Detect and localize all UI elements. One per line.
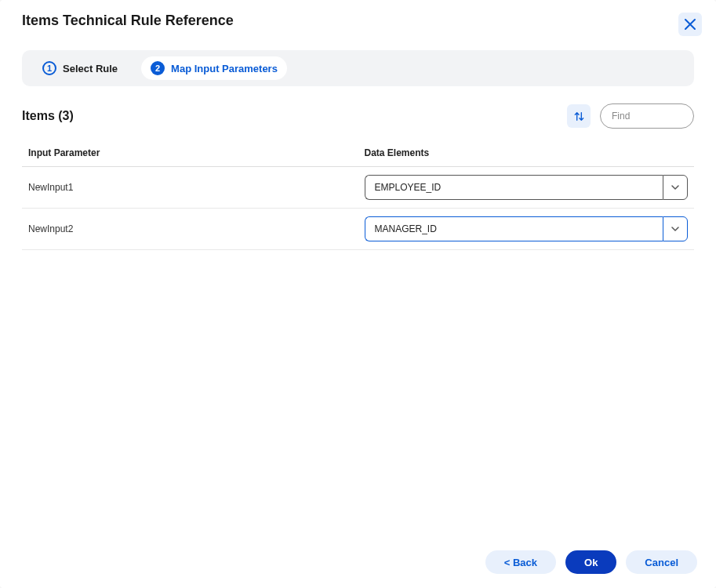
step-label: Select Rule [63, 63, 118, 74]
sort-icon [573, 111, 585, 122]
step-number: 1 [42, 61, 56, 75]
step-label: Map Input Parameters [171, 63, 278, 74]
table-header-row: Input Parameter Data Elements [22, 140, 694, 167]
select-value: EMPLOYEE_ID [365, 175, 663, 200]
column-header-input-parameter: Input Parameter [22, 140, 358, 167]
sort-button[interactable] [567, 104, 591, 128]
data-element-select[interactable]: MANAGER_ID [365, 216, 689, 241]
dialog: Items Technical Rule Reference 1 Select … [0, 0, 716, 588]
column-header-data-elements: Data Elements [358, 140, 695, 167]
data-element-select[interactable]: EMPLOYEE_ID [365, 175, 689, 200]
select-value: MANAGER_ID [365, 216, 663, 241]
find-input[interactable] [600, 103, 694, 129]
dialog-header: Items Technical Rule Reference [0, 0, 716, 39]
dialog-title: Items Technical Rule Reference [22, 13, 234, 29]
back-button[interactable]: < Back [485, 550, 556, 574]
items-table: Input Parameter Data Elements NewInput1 … [22, 140, 694, 250]
input-parameter-cell: NewInput1 [22, 167, 358, 209]
ok-button[interactable]: Ok [565, 550, 616, 574]
select-chevron[interactable] [663, 216, 688, 241]
steps-bar: 1 Select Rule 2 Map Input Parameters [22, 50, 694, 86]
step-select-rule[interactable]: 1 Select Rule [33, 56, 127, 80]
step-map-input-parameters[interactable]: 2 Map Input Parameters [141, 56, 287, 80]
data-element-cell: EMPLOYEE_ID [358, 167, 695, 209]
table-row: NewInput1 EMPLOYEE_ID [22, 167, 694, 209]
content-area: Items (3) Input Parameter Data Elements [0, 86, 716, 538]
close-button[interactable] [678, 13, 702, 36]
items-title: Items (3) [22, 109, 74, 123]
chevron-down-icon [671, 224, 680, 234]
chevron-down-icon [671, 183, 680, 192]
close-icon [685, 19, 696, 30]
table-row: NewInput2 MANAGER_ID [22, 209, 694, 250]
select-chevron[interactable] [663, 175, 688, 200]
dialog-footer: < Back Ok Cancel [0, 538, 716, 588]
data-element-cell: MANAGER_ID [358, 209, 695, 250]
cancel-button[interactable]: Cancel [626, 550, 697, 574]
items-header: Items (3) [22, 103, 694, 129]
items-controls [567, 103, 694, 129]
step-number: 2 [151, 61, 165, 75]
input-parameter-cell: NewInput2 [22, 209, 358, 250]
